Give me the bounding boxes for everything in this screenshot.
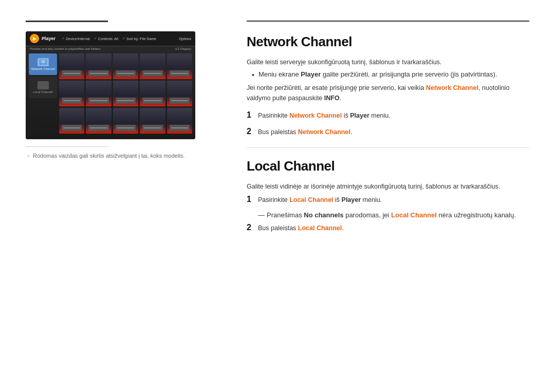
tv-grid-bar [88, 125, 109, 131]
info-bold: INFO [324, 95, 340, 102]
tv-network-channel-item: Network Channel [29, 53, 57, 75]
note-content: Pranešimas No channels parodomas, jei Lo… [267, 211, 516, 219]
tv-sidebar: Network Channel Local Channel [29, 53, 57, 134]
tv-content: Network Channel Local Channel [26, 51, 195, 136]
tv-header-tabs: ✓ Device/Internal ✓ Contents: All ✓ Sort… [62, 36, 179, 41]
tv-grid-bar [116, 125, 136, 131]
tv-grid-item [59, 81, 84, 106]
left-separator [26, 146, 108, 147]
top-separator [247, 21, 529, 22]
page-container: ▶ Player ✓ Device/Internal ✓ Contents: A… [0, 0, 555, 392]
tv-grid-item [86, 53, 111, 79]
step1-suffix: meniu. [369, 112, 391, 119]
right-panel: Network Channel Galite leisti serveryje … [247, 21, 529, 371]
step1-network: Network Channel [289, 112, 342, 119]
tv-grid-item [140, 108, 165, 134]
step-number-2: 2 [247, 127, 258, 136]
local-step2-suffix: . [342, 225, 343, 232]
local-step-number-2: 2 [247, 223, 258, 232]
network-channel-intro: Galite leisti serveryje sukonfigūruotą t… [247, 57, 529, 67]
info-block-network: Jei norite peržiūrėti, ar esate prisijun… [247, 83, 529, 103]
tv-tab-device: ✓ Device/Internal [62, 36, 90, 41]
bullet-mid-1: galite peržiūrėti, ar prisijungta prie s… [321, 70, 497, 78]
note-no-channels: No channels [304, 211, 343, 219]
note-prefix: Pranešimas [267, 211, 304, 219]
player-bold-1: Player [301, 70, 321, 78]
step-number-1: 1 [247, 110, 258, 120]
tv-grid-bar [116, 70, 136, 77]
tv-grid-area [59, 53, 192, 134]
bullet-prefix-1: Meniu ekrane [258, 70, 301, 78]
bullet-text-1: Meniu ekrane Player galite peržiūrėti, a… [258, 70, 497, 78]
local-step-1: 1 Pasirinkite Local Channel iš Player me… [247, 195, 529, 205]
left-panel: ▶ Player ✓ Device/Internal ✓ Contents: A… [26, 21, 221, 371]
local-step2-prefix: Bus paleistas [258, 225, 298, 232]
tv-grid-item [113, 53, 138, 79]
tv-grid-item [167, 53, 192, 79]
tv-network-icon [38, 58, 49, 66]
local-step1-suffix: meniu. [361, 196, 382, 203]
top-line-decoration [26, 21, 108, 22]
tv-grid-bar [88, 98, 109, 104]
step-content-2: Bus paleistas Network Channel. [258, 127, 529, 137]
tv-grid-bar [170, 70, 190, 77]
tv-grid-item [113, 81, 138, 106]
screen-mockup: ▶ Player ✓ Device/Internal ✓ Contents: A… [26, 31, 195, 139]
step2-suffix: . [350, 128, 352, 136]
local-step1-local: Local Channel [289, 196, 333, 203]
network-step-2: 2 Bus paleistas Network Channel. [247, 127, 529, 137]
tv-header-title: Player [42, 36, 55, 41]
tv-grid-item [59, 108, 84, 134]
tv-pagecount: 1/1 Page(s) [175, 47, 191, 50]
info-prefix: Jei norite peržiūrėti, ar esate prisijun… [247, 84, 426, 91]
tv-grid-item [140, 81, 165, 106]
step1-player: Player [350, 112, 369, 119]
tv-grid-item [86, 81, 111, 106]
note-mid: parodomas, jei [344, 211, 392, 219]
tv-grid-bar [62, 98, 82, 104]
network-step-1: 1 Pasirinkite Network Channel iš Player … [247, 110, 529, 121]
local-channel-title: Local Channel [247, 158, 529, 174]
info-end: . [340, 95, 341, 102]
tv-grid-bar [62, 125, 82, 131]
local-channel-intro: Galite leisti vidinėje ar išorinėje atmi… [247, 181, 529, 192]
tv-grid-bar [116, 98, 136, 104]
tv-options: Options [179, 37, 191, 41]
local-step1-mid: iš [334, 196, 342, 203]
tv-grid-bar [62, 70, 82, 77]
tv-local-channel-item: Local Channel [29, 77, 57, 98]
tv-grid-bar [170, 98, 190, 104]
tv-local-label: Local Channel [33, 90, 52, 94]
tv-grid-item [167, 108, 192, 134]
tv-tab-sort: ✓ Sort by: File Name [122, 36, 156, 41]
tv-grid-bar [142, 125, 163, 131]
screen-note: Rodomas vaizdas gali skirtis atsižvelgia… [26, 152, 221, 160]
tv-grid-bar [170, 125, 190, 131]
note-local: Local Channel [391, 211, 437, 219]
tv-local-icon [38, 81, 49, 89]
tv-grid-item [59, 53, 84, 79]
tv-grid-item [167, 81, 192, 106]
tv-grid-item [86, 108, 111, 134]
tv-grid-bar [142, 70, 163, 77]
tv-network-label: Network Channel [31, 67, 54, 70]
note-suffix: nėra užregistruotų kanalų. [437, 211, 516, 219]
network-channel-title: Network Channel [247, 34, 529, 50]
local-step2-local: Local Channel [298, 225, 342, 232]
tv-grid-item [113, 108, 138, 134]
step-content-1: Pasirinkite Network Channel iš Player me… [258, 110, 529, 121]
tv-ui: ▶ Player ✓ Device/Internal ✓ Contents: A… [26, 31, 195, 139]
local-step-number-1: 1 [247, 195, 258, 204]
tv-subtitle: Preview and play content in playlist/fil… [30, 47, 101, 50]
local-step1-player: Player [342, 196, 361, 203]
tv-header: ▶ Player ✓ Device/Internal ✓ Contents: A… [26, 31, 195, 46]
info-network-highlight: Network Channel [426, 84, 478, 91]
svg-rect-2 [42, 64, 44, 64]
tv-grid-bar [88, 70, 109, 77]
tv-tab-contents: ✓ Contents: All [94, 36, 118, 41]
local-step-content-2: Bus paleistas Local Channel. [258, 223, 529, 233]
local-step1-prefix: Pasirinkite [258, 196, 289, 203]
tv-grid-item [140, 53, 165, 79]
step2-prefix: Bus paleistas [258, 128, 298, 136]
step1-mid: iš [342, 112, 350, 119]
